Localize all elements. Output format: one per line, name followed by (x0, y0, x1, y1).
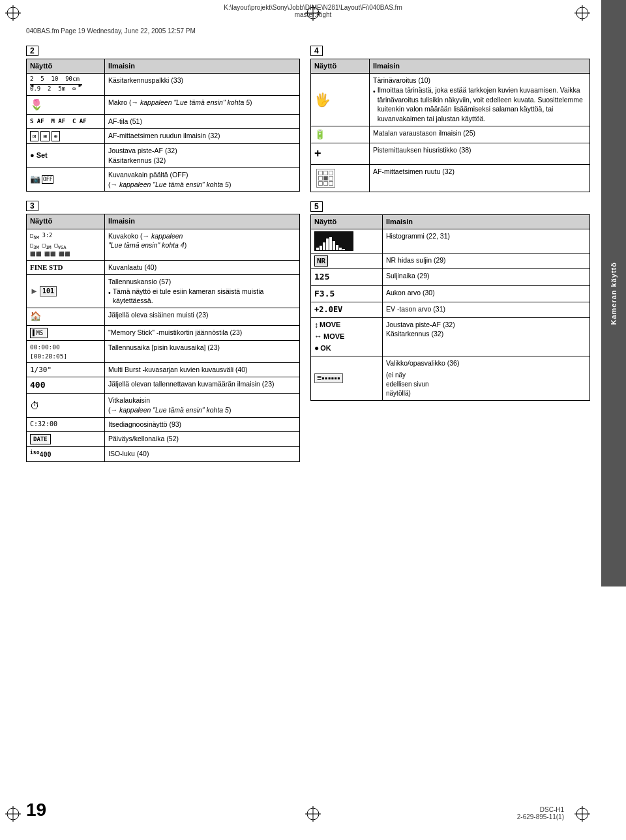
display-cell (311, 229, 383, 253)
display-cell: ⊡ ⊞ ⊕ (27, 128, 105, 144)
indicator-cell: Käsitarkennuspalkki (33) (105, 74, 300, 95)
display-cell: S AF M AF C AF (27, 115, 105, 129)
right-half: 4 Näyttö Ilmaisin 🖐 (310, 46, 590, 471)
indicator-cell: Pistemittauksen hiusristikko (38) (370, 143, 590, 164)
table-row: C:32:00 Itsediagnoosinäyttö (93) (27, 417, 300, 431)
fine-std-icon: FINE STD (30, 263, 101, 272)
reg-mark-bm (305, 806, 321, 822)
af-frame-icons: ⊡ ⊞ ⊕ (30, 131, 101, 142)
scale-display: 2 5 10 90cm ◄ ► 0.9 2 5m ∞ (30, 76, 101, 93)
section3-col2-header: Ilmaisin (105, 214, 300, 229)
section2-col1-header: Näyttö (27, 59, 105, 74)
table-row: ● Set Joustava piste-AF (32)Käsitarkennu… (27, 144, 300, 167)
left-half: 2 Näyttö Ilmaisin 2 5 10 (26, 46, 300, 471)
display-cell: 🖐 (311, 74, 370, 126)
table-row: 125 Suljinaika (29) (311, 269, 590, 285)
display-cell: ▌MS (27, 325, 105, 341)
display-cell: ☰▪▪▪▪▪▪ (311, 356, 383, 400)
indicator-cell: "Memory Stick" -muistikortin jäännöstila… (105, 325, 300, 341)
burst-interval: 1/30" (30, 365, 101, 375)
diag-display: C:32:00 (30, 420, 101, 429)
section4-col1-header: Näyttö (311, 59, 370, 74)
folder-icon: ► 101 (30, 285, 101, 297)
display-cell: +2.0EV (311, 302, 383, 317)
vibration-icon: 🖐 (314, 91, 366, 109)
section-4-table: Näyttö Ilmaisin 🖐 Tärinävaroitus (10) (310, 59, 590, 192)
indicator-cell: Tallennusaika [pisin kuvausaika] (23) (105, 341, 300, 363)
indicator-cell: EV -tason arvo (31) (383, 302, 590, 317)
model-code: 2-629-895-11(1) (517, 813, 564, 820)
display-cell: 00:00:00[00:28:05] (27, 341, 105, 363)
section-3-table: Näyttö Ilmaisin □5M 3:2 □3M □1M □VGA ⬛⬛ (26, 214, 300, 462)
table-row: ▌MS "Memory Stick" -muistikortin jäännös… (27, 325, 300, 341)
date-icon: DATE (30, 434, 51, 445)
display-cell (311, 164, 370, 192)
indicator-cell: Aukon arvo (30) (383, 285, 590, 302)
indicator-cell: Kuvakoko (→ kappaleen"Lue tämä ensin" ko… (105, 229, 300, 260)
table-row: F3.5 Aukon arvo (30) (311, 285, 590, 302)
table-row: FINE STD Kuvanlaatu (40) (27, 260, 300, 274)
section-2-table: Näyttö Ilmaisin 2 5 10 90cm ◄ (26, 59, 300, 192)
display-cell: 400 (27, 377, 105, 394)
internal-mem-icon: 🏠 (30, 310, 101, 323)
section2-col2-header: Ilmaisin (105, 59, 300, 74)
indicator-cell: Jäljellä oleva sisäinen muisti (23) (105, 308, 300, 326)
reg-mark-tm (305, 5, 321, 21)
display-cell: 2 5 10 90cm ◄ ► 0.9 2 5m ∞ (27, 74, 105, 95)
sidebar-label: Kameran käyttö (610, 262, 618, 325)
indicator-cell: Suljinaika (29) (383, 269, 590, 285)
display-cell: 🏠 (27, 308, 105, 326)
section5-col1-header: Näyttö (311, 214, 383, 229)
table-row: 400 Jäljellä olevan tallennettavan kuvam… (27, 377, 300, 394)
sidebar-right: Kameran käyttö (601, 0, 626, 587)
main-content: 2 Näyttö Ilmaisin 2 5 10 (26, 46, 590, 471)
indicator-cell: Jäljellä olevan tallennettavan kuvamäärä… (105, 377, 300, 394)
table-row: 00:00:00[00:28:05] Tallennusaika [pisin … (27, 341, 300, 363)
menu-icon: ☰▪▪▪▪▪▪ (314, 373, 343, 383)
indicator-cell: Matalan varaustason ilmaisin (25) (370, 126, 590, 143)
low-battery-icon: 🔋 (314, 128, 366, 141)
display-cell: ● Set (27, 144, 105, 167)
section-2: 2 Näyttö Ilmaisin 2 5 10 (26, 46, 300, 192)
indicator-cell: Multi Burst -kuvasarjan kuvien kuvausväl… (105, 362, 300, 377)
indicator-cell: Vitkalaukaisin (→ kappaleen "Lue tämä en… (105, 394, 300, 417)
memory-stick-icon: ▌MS (30, 328, 48, 339)
section-4-num: 4 (310, 46, 323, 56)
display-cell: + (311, 143, 370, 164)
display-cell: 📷OFF (27, 167, 105, 191)
table-row: NR NR hidas suljin (29) (311, 253, 590, 269)
display-cell: ↕ MOVE ↔ MOVE ● OK (311, 317, 383, 356)
display-cell: ⏱ (27, 394, 105, 417)
section-2-num: 2 (26, 46, 38, 56)
table-row: +2.0EV EV -tason arvo (31) (311, 302, 590, 317)
table-row: iso400 ISO-luku (40) (27, 447, 300, 462)
section-5: 5 Näyttö Ilmaisin (310, 201, 590, 401)
table-row: 🖐 Tärinävaroitus (10) • Ilmoittaa tärinä… (311, 74, 590, 126)
model-name: DSC-H1 (517, 806, 564, 813)
section5-col2-header: Ilmaisin (383, 214, 590, 229)
table-row: 🏠 Jäljellä oleva sisäinen muisti (23) (27, 308, 300, 326)
indicator-cell: NR hidas suljin (29) (383, 253, 590, 269)
footer: 19 DSC-H1 2-629-895-11(1) (0, 800, 590, 820)
table-row: 2 5 10 90cm ◄ ► 0.9 2 5m ∞ Käsitarkennus… (27, 74, 300, 95)
cam-off-icon: 📷OFF (30, 173, 101, 185)
ev-value: +2.0EV (314, 304, 379, 315)
indicator-cell: Joustava piste-AF (32)Käsitarkennus (32) (383, 317, 590, 356)
table-row: 📷OFF Kuvanvakain päältä (OFF) (→ kappale… (27, 167, 300, 191)
set-icon: ● Set (30, 151, 101, 160)
display-cell: F3.5 (311, 285, 383, 302)
table-row: DATE Päiväys/kellonaika (52) (27, 431, 300, 447)
indicator-cell: Itsediagnoosinäyttö (93) (105, 417, 300, 431)
indicator-cell: Tärinävaroitus (10) • Ilmoittaa tärinäst… (370, 74, 590, 126)
indicator-cell: Kuvanvakain päältä (OFF) (→ kappaleen "L… (105, 167, 300, 191)
table-row: ⊡ ⊞ ⊕ AF-mittaetsimen ruudun ilmaisin (3… (27, 128, 300, 144)
indicator-cell: Joustava piste-AF (32)Käsitarkennus (32) (105, 144, 300, 167)
histogram-icon (314, 231, 353, 251)
af-grid-icon (316, 169, 335, 188)
indicator-cell: AF-mittaetsimen ruutu (32) (370, 164, 590, 192)
shutter-speed: 125 (314, 271, 379, 283)
indicator-cell: Tallennuskansio (57) • Tämä näyttö ei tu… (105, 275, 300, 308)
section-5-num: 5 (310, 201, 323, 212)
model-info: DSC-H1 2-629-895-11(1) (517, 806, 564, 820)
time-display: 00:00:00[00:28:05] (30, 343, 101, 360)
